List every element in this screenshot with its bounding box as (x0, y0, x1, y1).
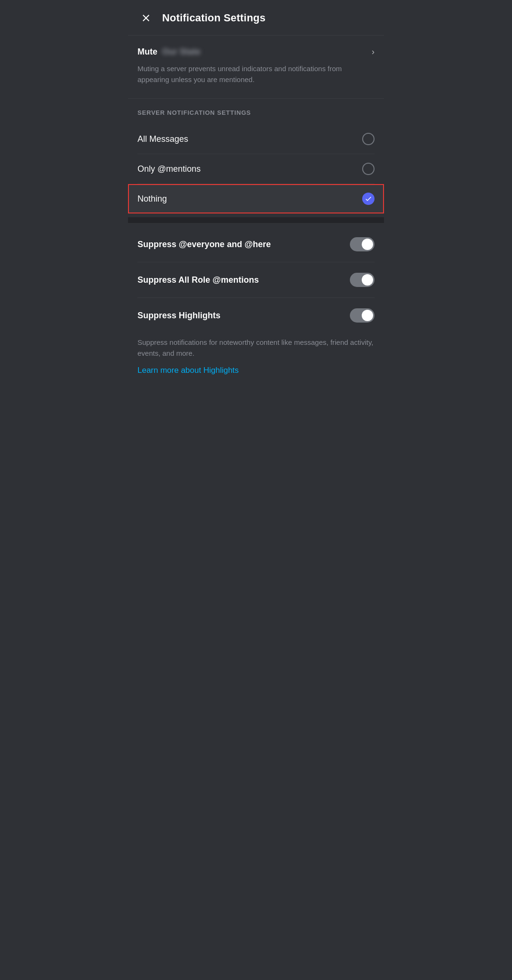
option-nothing[interactable]: Nothing (128, 184, 384, 213)
server-notification-section-header: SERVER NOTIFICATION SETTINGS (128, 99, 384, 120)
mute-server-name: Our State (162, 47, 201, 57)
option-nothing-label: Nothing (137, 194, 167, 204)
highlights-section: Suppress notifications for noteworthy co… (128, 337, 384, 388)
mute-section: Mute Our State › Muting a server prevent… (128, 36, 384, 99)
option-all-messages-label: All Messages (137, 134, 188, 144)
mute-label: Mute (137, 47, 157, 57)
mute-description: Muting a server prevents unread indicato… (137, 64, 375, 85)
toggle-knob (362, 239, 373, 250)
suppress-highlights-row[interactable]: Suppress Highlights (128, 298, 384, 333)
radio-only-mentions (362, 163, 375, 175)
option-all-messages[interactable]: All Messages (128, 124, 384, 154)
page-title: Notification Settings (162, 12, 265, 24)
suppress-highlights-label: Suppress Highlights (137, 311, 350, 321)
suppress-everyone-label: Suppress @everyone and @here (137, 240, 350, 250)
radio-all-messages (362, 133, 375, 145)
suppress-role-mentions-row[interactable]: Suppress All Role @mentions (128, 262, 384, 297)
toggle-knob-2 (362, 274, 373, 286)
suppress-role-mentions-toggle[interactable] (350, 273, 375, 287)
separator-block (128, 217, 384, 223)
toggle-section: Suppress @everyone and @here Suppress Al… (128, 223, 384, 337)
toggle-knob-3 (362, 310, 373, 321)
checkmark-icon (365, 195, 372, 203)
option-only-mentions-label: Only @mentions (137, 164, 201, 174)
suppress-everyone-row[interactable]: Suppress @everyone and @here (128, 227, 384, 262)
chevron-right-icon: › (372, 47, 375, 57)
suppress-everyone-toggle[interactable] (350, 237, 375, 251)
close-button[interactable] (137, 9, 155, 27)
mute-label-row: Mute Our State (137, 47, 201, 57)
option-only-mentions[interactable]: Only @mentions (128, 154, 384, 184)
suppress-highlights-toggle[interactable] (350, 308, 375, 323)
section-label: SERVER NOTIFICATION SETTINGS (137, 109, 251, 116)
notification-options: All Messages Only @mentions Nothing (128, 120, 384, 217)
header: Notification Settings (128, 0, 384, 36)
mute-row[interactable]: Mute Our State › (137, 47, 375, 57)
highlights-link[interactable]: Learn more about Highlights (137, 366, 239, 375)
close-icon (140, 12, 152, 24)
highlights-description: Suppress notifications for noteworthy co… (137, 337, 375, 359)
radio-nothing (362, 193, 375, 205)
suppress-role-mentions-label: Suppress All Role @mentions (137, 275, 350, 285)
